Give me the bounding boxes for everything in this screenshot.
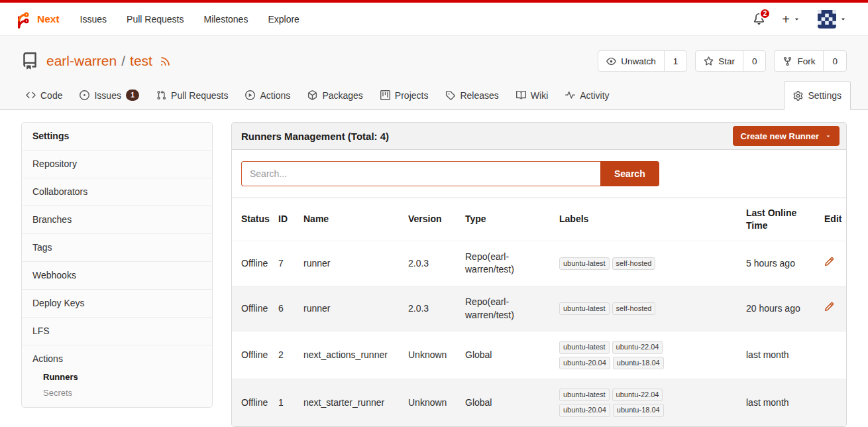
- label-chip: ubuntu-18.04: [613, 404, 664, 416]
- notifications-button[interactable]: 2: [753, 13, 765, 25]
- tab-wiki[interactable]: Wiki: [508, 81, 557, 109]
- create-runner-button[interactable]: Create new Runner: [733, 126, 840, 146]
- col-status: Status: [232, 198, 274, 241]
- runner-labels: ubuntu-latest ubuntu-22.04 ubuntu-20.04 …: [559, 341, 695, 369]
- runner-last-online: last month: [742, 379, 820, 426]
- sidebar-group-actions: Actions Runners Secrets: [22, 345, 212, 407]
- label-chip: ubuntu-latest: [559, 302, 610, 315]
- runner-labels: ubuntu-latest self-hosted: [559, 257, 695, 270]
- stars-count[interactable]: 0: [743, 51, 766, 71]
- tab-label: Releases: [460, 90, 498, 101]
- sidebar-item-actions[interactable]: Actions: [32, 353, 201, 365]
- book-icon: [516, 90, 526, 100]
- nav-item-milestones[interactable]: Milestones: [193, 3, 258, 36]
- sidebar-item-tags[interactable]: Tags: [22, 234, 212, 262]
- tab-label: Activity: [580, 90, 609, 101]
- sidebar-item-repository[interactable]: Repository: [22, 151, 212, 178]
- tab-packages[interactable]: Packages: [299, 81, 371, 109]
- runner-name: next_starter_runner: [299, 379, 404, 426]
- repo-icon: [21, 52, 38, 70]
- label-chip: ubuntu-22.04: [612, 389, 663, 401]
- issues-count-badge: 1: [126, 90, 139, 101]
- repo-header-section: earl-warren / test Unwatch 1 Star 0: [0, 36, 868, 110]
- pencil-icon: [824, 302, 834, 312]
- fork-button[interactable]: Fork: [775, 51, 823, 71]
- runner-name: next_actions_runner: [299, 332, 404, 379]
- tab-actions[interactable]: Actions: [237, 81, 299, 109]
- repo-title-row: earl-warren / test Unwatch 1 Star 0: [0, 36, 868, 81]
- runner-name: runner: [299, 286, 404, 331]
- search-input[interactable]: [241, 161, 600, 186]
- tab-settings[interactable]: Settings: [784, 81, 851, 110]
- pulse-icon: [565, 90, 575, 100]
- col-name: Name: [299, 198, 404, 241]
- edit-runner-button[interactable]: [824, 257, 834, 267]
- label-chip: self-hosted: [612, 257, 656, 270]
- tab-pull-requests[interactable]: Pull Requests: [148, 81, 237, 109]
- col-version: Version: [404, 198, 461, 241]
- tab-releases[interactable]: Releases: [437, 81, 507, 109]
- runners-panel: Runners Management (Total: 4) Create new…: [231, 122, 847, 427]
- runner-name: runner: [299, 241, 404, 286]
- forks-count[interactable]: 0: [823, 51, 846, 71]
- search-form: Search: [241, 161, 837, 186]
- tab-activity[interactable]: Activity: [557, 81, 618, 109]
- repo-name-link[interactable]: test: [130, 53, 152, 69]
- unwatch-button[interactable]: Unwatch: [598, 51, 664, 71]
- chevron-down-icon: [840, 15, 847, 23]
- label-chip: ubuntu-22.04: [612, 341, 663, 353]
- repo-owner-link[interactable]: earl-warren: [46, 53, 117, 69]
- brand-label[interactable]: Next: [37, 13, 60, 25]
- settings-sidebar: Settings Repository Collaborators Branch…: [21, 122, 213, 408]
- edit-runner-button[interactable]: [824, 302, 834, 312]
- rss-icon[interactable]: [160, 56, 171, 67]
- search-section: Search: [231, 150, 847, 198]
- sidebar-item-branches[interactable]: Branches: [22, 206, 212, 234]
- sidebar-item-collaborators[interactable]: Collaborators: [22, 178, 212, 206]
- sidebar-item-lfs[interactable]: LFS: [22, 318, 212, 345]
- runner-id: 1: [274, 379, 299, 426]
- runner-status: Offline: [232, 286, 274, 331]
- fork-label: Fork: [797, 56, 815, 66]
- sidebar-item-webhooks[interactable]: Webhooks: [22, 262, 212, 290]
- sidebar-item-deploy-keys[interactable]: Deploy Keys: [22, 290, 212, 318]
- star-label: Star: [718, 56, 735, 66]
- search-button[interactable]: Search: [600, 161, 659, 186]
- eye-icon: [606, 56, 616, 66]
- tab-projects[interactable]: Projects: [372, 81, 437, 109]
- forgejo-logo[interactable]: [12, 9, 32, 29]
- star-button[interactable]: Star: [696, 51, 743, 71]
- tab-code[interactable]: Code: [17, 81, 71, 109]
- project-icon: [380, 90, 390, 100]
- label-chip: ubuntu-latest: [559, 341, 610, 353]
- watchers-count[interactable]: 1: [664, 51, 687, 71]
- create-new-menu[interactable]: +: [782, 13, 800, 26]
- sidebar-subitem-secrets[interactable]: Secrets: [43, 387, 201, 398]
- gear-icon: [793, 91, 803, 101]
- package-icon: [307, 90, 317, 100]
- runner-id: 2: [274, 332, 299, 379]
- label-chip: ubuntu-20.04: [559, 357, 610, 369]
- panel-header: Runners Management (Total: 4) Create new…: [231, 122, 847, 150]
- runner-id: 7: [274, 241, 299, 286]
- tab-label: Pull Requests: [171, 90, 228, 101]
- main-navbar: Next Issues Pull Requests Milestones Exp…: [0, 3, 868, 36]
- user-menu[interactable]: [818, 10, 847, 29]
- nav-item-pull-requests[interactable]: Pull Requests: [117, 3, 193, 36]
- tab-issues[interactable]: Issues 1: [71, 81, 148, 109]
- nav-item-explore[interactable]: Explore: [258, 3, 309, 36]
- tab-label: Projects: [395, 90, 429, 101]
- runners-table-container: Status ID Name Version Type Labels Last …: [231, 198, 847, 427]
- fork-icon: [783, 56, 792, 66]
- sidebar-subitem-runners[interactable]: Runners: [43, 371, 201, 383]
- runner-version: Unknown: [404, 332, 461, 379]
- table-header-row: Status ID Name Version Type Labels Last …: [232, 198, 847, 241]
- repo-tabs: Code Issues 1 Pull Requests Actions Pack…: [0, 81, 868, 110]
- runner-last-online: 20 hours ago: [742, 286, 820, 331]
- tab-label: Actions: [260, 90, 290, 101]
- play-circle-icon: [245, 90, 255, 100]
- repo-action-buttons: Unwatch 1 Star 0 Fork 0: [598, 50, 847, 72]
- nav-item-issues[interactable]: Issues: [70, 3, 117, 36]
- label-chip: ubuntu-18.04: [613, 357, 664, 369]
- runner-type: Repo(earl-warren/test): [461, 286, 555, 331]
